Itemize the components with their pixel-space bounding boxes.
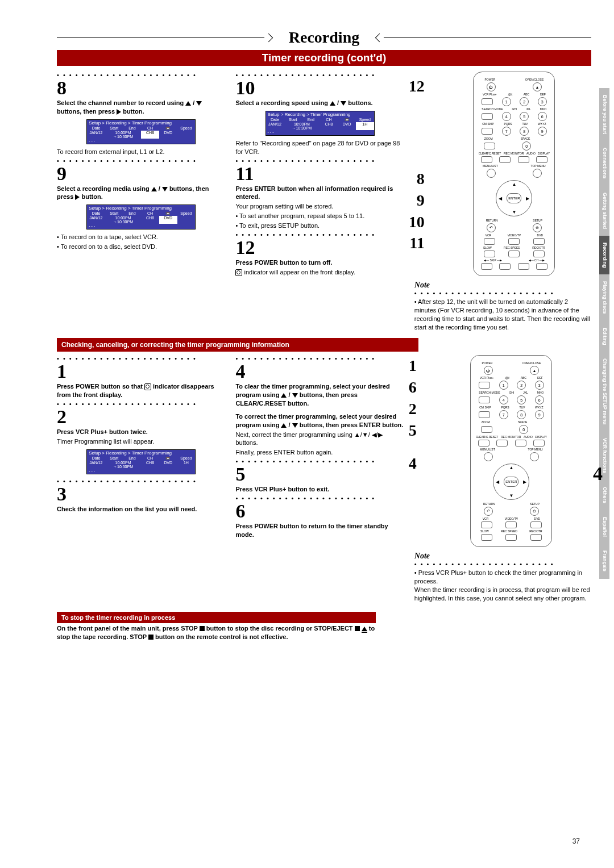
c2-heading: Press VCR Plus+ button twice. — [57, 428, 225, 436]
step-number: 6 — [235, 502, 245, 521]
step-number: 4 — [235, 362, 245, 381]
callout-number: 8 — [409, 168, 425, 190]
page-title: Recording — [272, 28, 376, 47]
c4-body: Next, correct the timer programming usin… — [235, 431, 404, 448]
eject-icon — [362, 627, 367, 631]
divider-dots: • • • • • • • • • • • • • • • • • • • • … — [57, 72, 225, 78]
divider-dots: • • • • • • • • • • • • • • • • • • • • … — [235, 157, 404, 164]
step8-after: To record from external input, L1 or L2. — [57, 148, 225, 156]
note-label: Note — [414, 281, 591, 290]
step11-heading: Press ENTER button when all information … — [235, 185, 404, 202]
stop-icon — [200, 626, 205, 631]
c6-heading: Press POWER button to return to the time… — [235, 522, 404, 539]
c4-heading-b: To correct the timer programming, select… — [235, 412, 404, 429]
step11-body: Your program setting will be stored. — [235, 202, 404, 211]
callout-number: 4 — [409, 453, 417, 474]
step-number: 12 — [235, 238, 255, 257]
step-number: 5 — [235, 465, 245, 484]
remote-diagram: POWEROPEN/CLOSE ⏻▲ VCR Plus+.@/:ABCDEF 1… — [470, 355, 552, 547]
callout-number: 10 — [409, 211, 425, 233]
divider-dots: • • • • • • • • • • • • • • • • • • • • … — [414, 290, 591, 297]
step-number: 1 — [57, 362, 67, 381]
tab-active: Recording — [599, 236, 609, 275]
note-label: Note — [414, 552, 591, 561]
divider-dots: • • • • • • • • • • • • • • • • • • • • … — [235, 72, 404, 78]
callout-number: 11 — [409, 232, 425, 254]
tab: Editing — [599, 321, 609, 352]
tab: Playing discs — [599, 274, 609, 321]
callout-number: 1 — [409, 355, 417, 377]
c4-body: Finally, press ENTER button again. — [235, 448, 404, 457]
tab: Getting started — [599, 186, 609, 236]
step12-heading: Press POWER button to turn off. — [235, 258, 404, 267]
callout-number: 12 — [409, 76, 425, 97]
note-text: • After step 12, the unit will be turned… — [414, 298, 591, 331]
step11-bullet: • To exit, press SETUP button. — [235, 222, 404, 230]
timer-icon — [144, 383, 151, 390]
note-text: • Press VCR Plus+ button to check the ti… — [414, 569, 591, 602]
tab: Changing the SETUP menu — [599, 352, 609, 431]
callout-number: 6 — [409, 377, 417, 398]
step8-heading: Select the channel number to record usin… — [57, 99, 225, 116]
step-number: 9 — [57, 164, 67, 183]
timer-icon — [235, 269, 242, 276]
step10-after: Refer to "Recording speed" on page 28 fo… — [235, 139, 404, 156]
callout-number: 2 — [409, 398, 417, 420]
step9-bullet: • To record on to a tape, select VCR. — [57, 233, 225, 241]
stop-header-bar: To stop the timer recording in process — [57, 612, 376, 623]
tab: Before you start — [599, 88, 609, 141]
tab: Français — [599, 544, 609, 578]
step-number: 8 — [57, 78, 67, 98]
c5-heading: Press VCR Plus+ button to exit. — [235, 485, 404, 494]
callout-number: 9 — [409, 190, 425, 211]
c4-heading-a: To clear the timer programming, select y… — [235, 382, 404, 408]
divider-dots: • • • • • • • • • • • • • • • • • • • • … — [235, 231, 404, 238]
c1-heading: Press POWER button so that indicator dis… — [57, 382, 225, 399]
step12-body: indicator will appear on the front displ… — [235, 268, 404, 277]
stop-instructions: On the front panel of the main unit, pre… — [57, 624, 388, 641]
stop-icon — [355, 626, 360, 631]
setup-box: Setup > Recording > Timer Programming Da… — [86, 205, 196, 229]
step-number: 2 — [57, 407, 67, 427]
c3-heading: Check the information on the list you wi… — [57, 505, 225, 514]
step-number: 3 — [57, 485, 67, 504]
c2-body: Timer Programming list will appear. — [57, 437, 225, 446]
setup-box: Setup > Recording > Timer Programming Da… — [265, 111, 375, 136]
remote-diagram: POWEROPEN/CLOSE ⏻▲ VCR Plus+.@/:ABCDEF 1… — [473, 72, 555, 276]
callout-number: 4 — [593, 463, 603, 485]
check-header-bar: Checking, canceling, or correcting the t… — [57, 338, 418, 352]
step11-bullet: • To set another program, repeat steps 5… — [235, 212, 404, 220]
tab: Español — [599, 510, 609, 544]
tab: Others — [599, 480, 609, 510]
section-subtitle: Timer recording (cont'd) — [57, 50, 591, 66]
step9-heading: Select a recording media using / buttons… — [57, 185, 225, 202]
callout-number: 5 — [409, 420, 417, 441]
tab: Connections — [599, 141, 609, 186]
step10-heading: Select a recording speed using / buttons… — [235, 99, 404, 107]
setup-box: Setup > Recording > Timer Programming Da… — [86, 449, 196, 474]
step9-bullet: • To record on to a disc, select DVD. — [57, 243, 225, 251]
step-number: 10 — [235, 78, 255, 98]
step-number: 11 — [235, 164, 254, 183]
side-tabs: Before you start Connections Getting sta… — [599, 88, 609, 579]
stop-icon — [148, 635, 154, 640]
divider-dots: • • • • • • • • • • • • • • • • • • • • … — [57, 157, 225, 164]
page-number: 37 — [572, 837, 580, 845]
setup-box: Setup > Recording > Timer Programming Da… — [86, 119, 196, 144]
